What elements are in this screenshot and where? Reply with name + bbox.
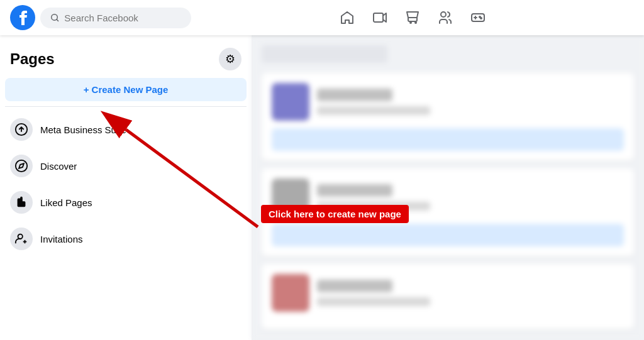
home-nav-button[interactable] <box>332 3 362 33</box>
svg-marker-13 <box>19 163 24 168</box>
sidebar-item-discover[interactable]: Discover <box>5 148 247 184</box>
page-card-2 <box>262 168 634 256</box>
facebook-logo-icon <box>10 5 35 30</box>
svg-line-2 <box>57 19 58 21</box>
main-layout: Pages ⚙ + Create New Page Meta Business … <box>0 35 644 340</box>
svg-point-7 <box>441 12 446 17</box>
sidebar-item-label: Invitations <box>40 234 83 244</box>
svg-point-14 <box>18 234 23 239</box>
search-input[interactable] <box>64 13 181 23</box>
sidebar-item-label: Liked Pages <box>40 197 92 208</box>
search-icon <box>50 13 59 23</box>
video-nav-button[interactable] <box>365 3 395 33</box>
nav-icons <box>191 3 634 33</box>
search-bar[interactable] <box>40 8 191 28</box>
discover-icon <box>10 155 33 177</box>
sidebar-item-label: Discover <box>40 161 77 172</box>
sidebar-item-invitations[interactable]: Invitations <box>5 221 247 256</box>
svg-point-10 <box>480 18 482 19</box>
content-header-blur <box>262 45 387 63</box>
sidebar-title: Pages <box>10 50 55 68</box>
svg-point-12 <box>16 160 27 172</box>
settings-button[interactable]: ⚙ <box>219 48 242 70</box>
meta-business-icon <box>10 118 33 141</box>
create-new-page-button[interactable]: + Create New Page <box>5 78 247 101</box>
sidebar-item-meta-business[interactable]: Meta Business Suite <box>5 112 247 147</box>
content-area <box>252 35 644 340</box>
page-card-3 <box>262 264 634 329</box>
svg-point-6 <box>415 22 416 23</box>
divider <box>5 106 247 107</box>
marketplace-nav-button[interactable] <box>397 3 428 33</box>
sidebar: Pages ⚙ + Create New Page Meta Business … <box>0 35 252 340</box>
sidebar-item-liked-pages[interactable]: Liked Pages <box>5 185 247 220</box>
sidebar-header: Pages ⚙ <box>5 45 247 78</box>
liked-pages-icon <box>10 191 33 214</box>
svg-rect-3 <box>374 13 383 22</box>
friends-nav-button[interactable] <box>430 3 460 33</box>
top-nav <box>0 0 644 35</box>
sidebar-item-label: Meta Business Suite <box>40 124 126 135</box>
invitations-icon <box>10 228 33 250</box>
svg-point-5 <box>410 22 411 23</box>
gaming-nav-button[interactable] <box>463 3 493 33</box>
page-card-1 <box>262 73 634 161</box>
